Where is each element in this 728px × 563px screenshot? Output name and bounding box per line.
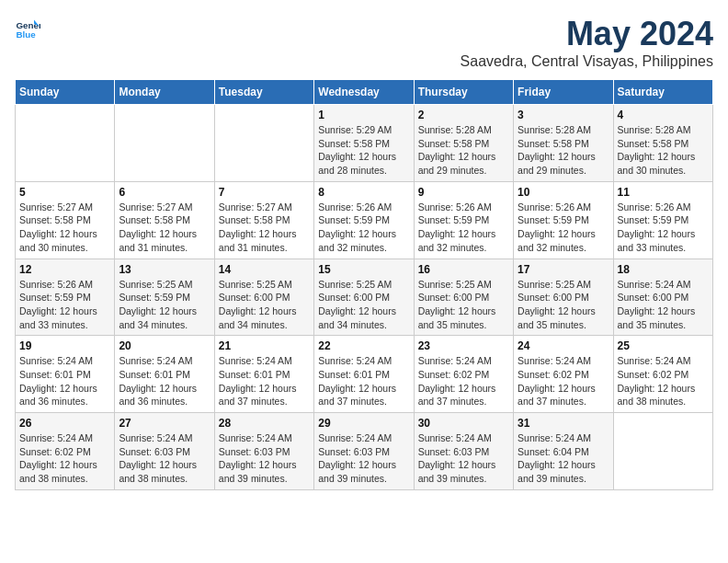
day-info: Sunrise: 5:26 AMSunset: 5:59 PMDaylight:… xyxy=(418,201,509,255)
day-info: Sunrise: 5:24 AMSunset: 6:02 PMDaylight:… xyxy=(19,431,110,486)
day-cell: 13Sunrise: 5:25 AMSunset: 5:59 PMDayligh… xyxy=(115,259,214,336)
col-header-monday: Monday xyxy=(115,80,214,105)
day-number: 11 xyxy=(618,186,709,199)
day-info: Sunrise: 5:24 AMSunset: 6:01 PMDaylight:… xyxy=(119,354,210,408)
col-header-tuesday: Tuesday xyxy=(214,80,313,105)
day-cell: 3Sunrise: 5:28 AMSunset: 5:58 PMDaylight… xyxy=(514,105,613,182)
day-cell xyxy=(115,105,214,182)
day-info: Sunrise: 5:24 AMSunset: 6:01 PMDaylight:… xyxy=(19,354,110,408)
day-cell: 21Sunrise: 5:24 AMSunset: 6:01 PMDayligh… xyxy=(214,336,313,413)
day-cell: 16Sunrise: 5:25 AMSunset: 6:00 PMDayligh… xyxy=(414,259,513,336)
day-info: Sunrise: 5:25 AMSunset: 6:00 PMDaylight:… xyxy=(318,278,409,332)
day-cell: 15Sunrise: 5:25 AMSunset: 6:00 PMDayligh… xyxy=(314,259,414,336)
day-number: 22 xyxy=(318,339,409,352)
day-info: Sunrise: 5:24 AMSunset: 6:01 PMDaylight:… xyxy=(219,354,310,408)
day-cell: 17Sunrise: 5:25 AMSunset: 6:00 PMDayligh… xyxy=(514,259,613,336)
day-info: Sunrise: 5:28 AMSunset: 5:58 PMDaylight:… xyxy=(418,123,509,178)
day-number: 21 xyxy=(219,339,310,352)
header-row: SundayMondayTuesdayWednesdayThursdayFrid… xyxy=(16,80,713,105)
day-number: 5 xyxy=(19,186,110,199)
day-info: Sunrise: 5:24 AMSunset: 6:03 PMDaylight:… xyxy=(119,431,210,486)
day-cell: 12Sunrise: 5:26 AMSunset: 5:59 PMDayligh… xyxy=(16,259,115,336)
day-cell: 7Sunrise: 5:27 AMSunset: 5:58 PMDaylight… xyxy=(214,181,313,259)
day-number: 13 xyxy=(119,263,210,276)
day-cell: 29Sunrise: 5:24 AMSunset: 6:03 PMDayligh… xyxy=(314,413,414,490)
col-header-friday: Friday xyxy=(514,80,613,105)
day-cell: 14Sunrise: 5:25 AMSunset: 6:00 PMDayligh… xyxy=(214,259,313,336)
day-cell: 28Sunrise: 5:24 AMSunset: 6:03 PMDayligh… xyxy=(214,413,313,490)
day-number: 25 xyxy=(618,339,709,352)
day-info: Sunrise: 5:24 AMSunset: 6:03 PMDaylight:… xyxy=(318,431,409,486)
day-info: Sunrise: 5:25 AMSunset: 6:00 PMDaylight:… xyxy=(219,278,310,332)
day-cell: 9Sunrise: 5:26 AMSunset: 5:59 PMDaylight… xyxy=(414,181,513,259)
day-info: Sunrise: 5:27 AMSunset: 5:58 PMDaylight:… xyxy=(119,201,210,255)
day-cell: 24Sunrise: 5:24 AMSunset: 6:02 PMDayligh… xyxy=(514,336,613,413)
day-cell: 19Sunrise: 5:24 AMSunset: 6:01 PMDayligh… xyxy=(16,336,115,413)
day-cell: 11Sunrise: 5:26 AMSunset: 5:59 PMDayligh… xyxy=(613,181,712,259)
day-number: 20 xyxy=(119,339,210,352)
day-info: Sunrise: 5:25 AMSunset: 6:00 PMDaylight:… xyxy=(418,278,509,332)
day-number: 24 xyxy=(518,339,609,352)
title-area: May 2024 Saavedra, Central Visayas, Phil… xyxy=(461,15,713,70)
svg-text:Blue: Blue xyxy=(16,29,36,40)
day-info: Sunrise: 5:27 AMSunset: 5:58 PMDaylight:… xyxy=(19,201,110,255)
day-info: Sunrise: 5:26 AMSunset: 5:59 PMDaylight:… xyxy=(318,201,409,255)
col-header-wednesday: Wednesday xyxy=(314,80,414,105)
month-title: May 2024 xyxy=(461,15,713,53)
day-cell: 27Sunrise: 5:24 AMSunset: 6:03 PMDayligh… xyxy=(115,413,214,490)
day-info: Sunrise: 5:24 AMSunset: 6:01 PMDaylight:… xyxy=(318,354,409,408)
week-row-4: 19Sunrise: 5:24 AMSunset: 6:01 PMDayligh… xyxy=(16,336,713,413)
col-header-thursday: Thursday xyxy=(414,80,513,105)
day-cell: 2Sunrise: 5:28 AMSunset: 5:58 PMDaylight… xyxy=(414,105,513,182)
day-number: 26 xyxy=(19,417,110,430)
day-number: 2 xyxy=(418,109,509,121)
day-info: Sunrise: 5:25 AMSunset: 6:00 PMDaylight:… xyxy=(518,278,609,332)
logo-icon: General Blue xyxy=(15,15,40,40)
calendar-table: SundayMondayTuesdayWednesdayThursdayFrid… xyxy=(15,79,713,490)
day-cell: 23Sunrise: 5:24 AMSunset: 6:02 PMDayligh… xyxy=(414,336,513,413)
day-number: 10 xyxy=(518,186,609,199)
week-row-2: 5Sunrise: 5:27 AMSunset: 5:58 PMDaylight… xyxy=(16,181,713,259)
col-header-saturday: Saturday xyxy=(613,80,712,105)
day-cell: 1Sunrise: 5:29 AMSunset: 5:58 PMDaylight… xyxy=(314,105,414,182)
day-number: 15 xyxy=(318,263,409,276)
day-info: Sunrise: 5:25 AMSunset: 5:59 PMDaylight:… xyxy=(119,278,210,332)
day-number: 27 xyxy=(119,417,210,430)
day-number: 4 xyxy=(618,109,709,121)
day-info: Sunrise: 5:28 AMSunset: 5:58 PMDaylight:… xyxy=(618,123,709,178)
day-number: 8 xyxy=(318,186,409,199)
day-number: 16 xyxy=(418,263,509,276)
day-info: Sunrise: 5:26 AMSunset: 5:59 PMDaylight:… xyxy=(518,201,609,255)
day-info: Sunrise: 5:24 AMSunset: 6:02 PMDaylight:… xyxy=(518,354,609,408)
day-cell: 22Sunrise: 5:24 AMSunset: 6:01 PMDayligh… xyxy=(314,336,414,413)
day-number: 9 xyxy=(418,186,509,199)
logo: General Blue xyxy=(15,15,40,40)
day-cell: 8Sunrise: 5:26 AMSunset: 5:59 PMDaylight… xyxy=(314,181,414,259)
day-number: 19 xyxy=(19,339,110,352)
week-row-3: 12Sunrise: 5:26 AMSunset: 5:59 PMDayligh… xyxy=(16,259,713,336)
day-info: Sunrise: 5:26 AMSunset: 5:59 PMDaylight:… xyxy=(19,278,110,332)
day-cell xyxy=(214,105,313,182)
day-info: Sunrise: 5:24 AMSunset: 6:04 PMDaylight:… xyxy=(518,431,609,486)
day-cell: 20Sunrise: 5:24 AMSunset: 6:01 PMDayligh… xyxy=(115,336,214,413)
day-number: 1 xyxy=(318,109,409,121)
day-info: Sunrise: 5:24 AMSunset: 6:02 PMDaylight:… xyxy=(618,354,709,408)
day-cell: 31Sunrise: 5:24 AMSunset: 6:04 PMDayligh… xyxy=(514,413,613,490)
day-info: Sunrise: 5:27 AMSunset: 5:58 PMDaylight:… xyxy=(219,201,310,255)
day-info: Sunrise: 5:24 AMSunset: 6:03 PMDaylight:… xyxy=(219,431,310,486)
day-cell: 26Sunrise: 5:24 AMSunset: 6:02 PMDayligh… xyxy=(16,413,115,490)
day-cell xyxy=(16,105,115,182)
day-info: Sunrise: 5:24 AMSunset: 6:03 PMDaylight:… xyxy=(418,431,509,486)
day-cell: 10Sunrise: 5:26 AMSunset: 5:59 PMDayligh… xyxy=(514,181,613,259)
day-info: Sunrise: 5:29 AMSunset: 5:58 PMDaylight:… xyxy=(318,123,409,178)
day-number: 28 xyxy=(219,417,310,430)
day-number: 12 xyxy=(19,263,110,276)
location-title: Saavedra, Central Visayas, Philippines xyxy=(461,53,713,70)
day-number: 17 xyxy=(518,263,609,276)
day-cell: 4Sunrise: 5:28 AMSunset: 5:58 PMDaylight… xyxy=(613,105,712,182)
col-header-sunday: Sunday xyxy=(16,80,115,105)
week-row-1: 1Sunrise: 5:29 AMSunset: 5:58 PMDaylight… xyxy=(16,105,713,182)
day-number: 31 xyxy=(518,417,609,430)
day-info: Sunrise: 5:24 AMSunset: 6:02 PMDaylight:… xyxy=(418,354,509,408)
day-number: 3 xyxy=(518,109,609,121)
